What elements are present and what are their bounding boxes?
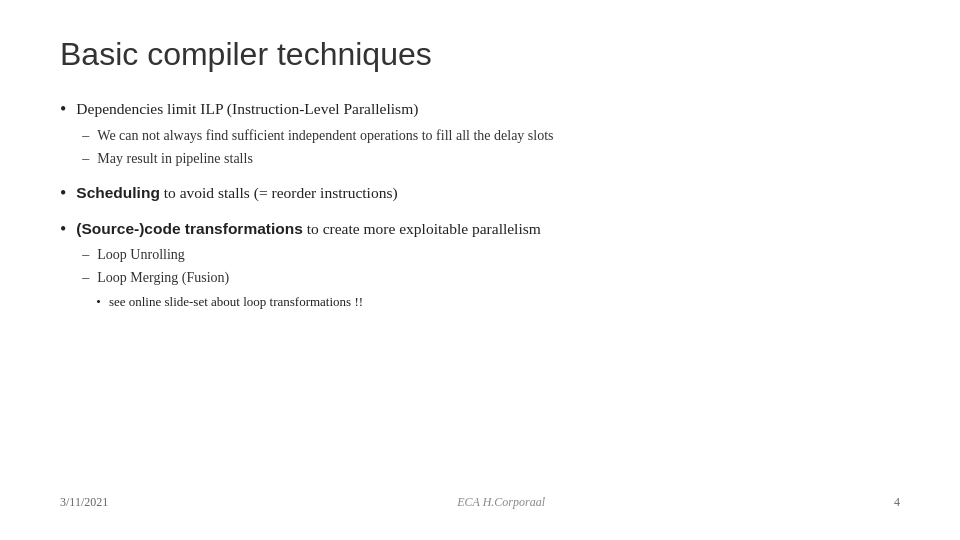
bullet-3-text: (Source-)code transformations to create … <box>76 220 541 237</box>
bullet-1-dot: • <box>60 96 66 123</box>
footer-date: 3/11/2021 <box>60 495 108 510</box>
bullet-1-text: Dependencies limit ILP (Instruction-Leve… <box>76 100 418 117</box>
sub-bullet-1-2: – May result in pipeline stalls <box>82 148 553 169</box>
bullet-2-text: Scheduling to avoid stalls (= reorder in… <box>76 184 397 201</box>
sub-sub-bullet-3-1: • see online slide-set about loop transf… <box>96 292 541 312</box>
sub-bullet-1-1: – We can not always find sufficient inde… <box>82 125 553 146</box>
bullet-2-dot: • <box>60 180 66 207</box>
bullet-1-content: Dependencies limit ILP (Instruction-Leve… <box>76 97 553 171</box>
bullet-3-dot: • <box>60 216 66 243</box>
bullet-3-content: (Source-)code transformations to create … <box>76 217 541 314</box>
footer-author: ECA H.Corporaal <box>457 495 545 510</box>
bullet-2: • Scheduling to avoid stalls (= reorder … <box>60 181 900 207</box>
slide-footer: 3/11/2021 ECA H.Corporaal 4 <box>60 489 900 510</box>
sub-sub-bullets-3: • see online slide-set about loop transf… <box>96 292 541 312</box>
bullet-3: • (Source-)code transformations to creat… <box>60 217 900 314</box>
footer-page: 4 <box>894 495 900 510</box>
bullet-1: • Dependencies limit ILP (Instruction-Le… <box>60 97 900 171</box>
sub-bullet-3-2: – Loop Merging (Fusion) <box>82 267 541 288</box>
slide-title: Basic compiler techniques <box>60 36 900 73</box>
bullet-2-content: Scheduling to avoid stalls (= reorder in… <box>76 181 397 205</box>
bullet-3-sub-bullets: – Loop Unrolling – Loop Merging (Fusion)… <box>82 244 541 312</box>
slide-content: • Dependencies limit ILP (Instruction-Le… <box>60 97 900 489</box>
slide: Basic compiler techniques • Dependencies… <box>0 0 960 540</box>
bullet-1-sub-bullets: – We can not always find sufficient inde… <box>82 125 553 169</box>
sub-bullet-3-1: – Loop Unrolling <box>82 244 541 265</box>
